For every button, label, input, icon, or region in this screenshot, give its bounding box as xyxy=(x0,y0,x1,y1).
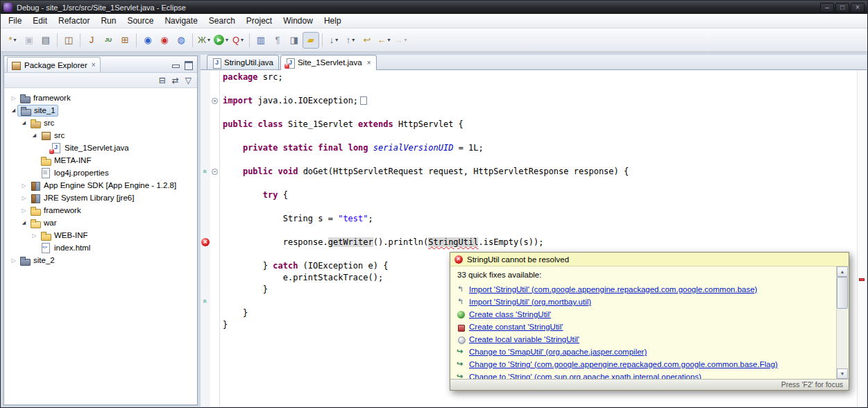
fold-expand-icon[interactable]: + xyxy=(212,98,218,104)
debug-button[interactable]: Ж▾ xyxy=(196,32,212,49)
code-line[interactable]: String s = "test"; xyxy=(223,213,857,225)
scroll-thumb[interactable] xyxy=(837,277,848,309)
tree-item-src[interactable]: ◢src xyxy=(4,117,197,129)
code-line[interactable]: private static final long serialVersionU… xyxy=(223,142,857,154)
quickfix-link[interactable]: Change to 'String' (com.google.appengine… xyxy=(469,360,778,368)
code-line[interactable]: import java.io.IOException; xyxy=(223,95,857,107)
overview-ruler[interactable] xyxy=(857,70,867,407)
code-line[interactable] xyxy=(223,130,857,142)
menu-source[interactable]: Source xyxy=(121,15,159,27)
web-browser-button[interactable]: ◉ xyxy=(139,32,156,49)
tree-item-war[interactable]: ◢war xyxy=(4,216,197,229)
quickfix-scrollbar[interactable]: ▲ ▼ xyxy=(836,266,848,379)
quickfix-link[interactable]: Import 'StringUtil' (com.google.appengin… xyxy=(469,285,757,294)
menu-navigate[interactable]: Navigate xyxy=(159,15,203,27)
show-whitespace-button[interactable]: ¶ xyxy=(269,32,286,49)
scroll-up-icon[interactable]: ▲ xyxy=(837,266,848,277)
quickfix-item[interactable]: Change to 'SmapUtil' (org.apache.jasper.… xyxy=(454,346,834,358)
back-button[interactable]: ←▾ xyxy=(375,32,392,49)
close-button[interactable]: × xyxy=(851,3,865,12)
dropdown-arrow-icon[interactable]: ▾ xyxy=(335,37,338,43)
show-source-of-selected-button[interactable]: ◨ xyxy=(286,32,303,49)
maximize-view-button[interactable] xyxy=(183,60,194,69)
tree-item-app-engine-sdk-app-engine-1-2-8[interactable]: ▷App Engine SDK [App Engine - 1.2.8] xyxy=(4,179,197,192)
new-project-button[interactable]: ◫ xyxy=(60,32,77,49)
code-line[interactable]: public class Site_1Servlet extends HttpS… xyxy=(223,119,857,130)
expander-icon[interactable]: ◢ xyxy=(31,133,38,138)
dropdown-arrow-icon[interactable]: ▾ xyxy=(241,37,244,43)
print-button[interactable]: ▤ xyxy=(37,32,54,49)
unresolved-reference[interactable]: StringUtil xyxy=(428,237,478,247)
previous-annotation-button[interactable]: ↑▾ xyxy=(342,32,359,49)
tree-item-meta-inf[interactable]: META-INF xyxy=(4,154,197,167)
new-java-project-button[interactable]: J xyxy=(83,32,100,49)
tree-item-index-html[interactable]: index.html xyxy=(4,241,197,254)
code-line[interactable] xyxy=(223,201,857,213)
collapse-all-button[interactable]: ⊟ xyxy=(159,76,166,85)
dropdown-arrow-icon[interactable]: ▾ xyxy=(14,37,17,43)
mark-occurrences-button[interactable]: ▰ xyxy=(303,32,319,49)
expander-icon[interactable]: ◢ xyxy=(10,108,17,113)
quickfix-item[interactable]: Change to 'String' (com.sun.org.apache.x… xyxy=(454,371,834,379)
run-button[interactable]: ▶▾ xyxy=(212,32,230,49)
quickfix-link[interactable]: Create local variable 'StringUtil' xyxy=(469,335,579,343)
quickfix-link[interactable]: Create class 'StringUtil' xyxy=(469,310,551,318)
quickfix-item[interactable]: Create class 'StringUtil' xyxy=(454,308,834,321)
tree-item-src[interactable]: ◢src xyxy=(4,129,197,142)
tree-item-site-1[interactable]: ◢site_1 xyxy=(4,104,197,117)
code-line[interactable]: try { xyxy=(223,189,857,201)
expander-icon[interactable]: ▷ xyxy=(31,232,38,239)
error-marker-icon[interactable] xyxy=(201,238,210,246)
expander-icon[interactable]: ◢ xyxy=(20,120,28,126)
dropdown-arrow-icon[interactable]: ▾ xyxy=(352,37,355,43)
menu-edit[interactable]: Edit xyxy=(27,15,53,27)
quickfix-item[interactable]: Create constant 'StringUtil' xyxy=(454,321,834,333)
dropdown-arrow-icon[interactable]: ▾ xyxy=(207,37,210,43)
minimize-button[interactable]: – xyxy=(820,3,834,12)
quickfix-item[interactable]: Create local variable 'StringUtil' xyxy=(454,333,834,346)
scroll-down-icon[interactable]: ▼ xyxy=(837,368,848,379)
menu-run[interactable]: Run xyxy=(95,15,121,27)
tree-item-log4j-properties[interactable]: log4j.properties xyxy=(4,167,197,179)
tree-item-framework[interactable]: ▷framework xyxy=(4,204,197,216)
expander-icon[interactable]: ◢ xyxy=(20,220,28,226)
package-explorer-view-tab[interactable]: Package Explorer × xyxy=(7,57,101,72)
expander-icon[interactable]: ▷ xyxy=(20,195,28,201)
expander-icon[interactable]: ▷ xyxy=(10,95,17,101)
titlebar[interactable]: Debug - site_1/src/src/Site_1Servlet.jav… xyxy=(1,1,867,14)
quickfix-link[interactable]: Change to 'String' (com.sun.org.apache.x… xyxy=(469,373,701,379)
next-annotation-button[interactable]: ↓▾ xyxy=(325,32,342,49)
dropdown-arrow-icon[interactable]: ▾ xyxy=(405,37,407,43)
gwt-compile-button[interactable]: ◉ xyxy=(156,32,173,49)
tree-item-web-inf[interactable]: ▷WEB-INF xyxy=(4,229,197,241)
tree-item-site-2[interactable]: ▷site_2 xyxy=(4,254,197,266)
code-line[interactable] xyxy=(223,83,857,95)
code-line[interactable]: response.getWriter().println(StringUtil.… xyxy=(223,237,857,248)
code-line[interactable]: public void doGet(HttpServletRequest req… xyxy=(223,166,857,178)
last-edit-location-button[interactable]: ↩ xyxy=(359,32,375,49)
expander-icon[interactable]: ▷ xyxy=(20,207,28,214)
maximize-button[interactable]: □ xyxy=(835,3,849,12)
menu-search[interactable]: Search xyxy=(203,15,241,27)
menu-help[interactable]: Help xyxy=(318,15,347,27)
quickfix-link[interactable]: Change to 'SmapUtil' (org.apache.jasper.… xyxy=(469,348,647,356)
tab-stringutil-java[interactable]: StringUtil.java xyxy=(207,55,279,69)
menu-file[interactable]: File xyxy=(3,15,27,27)
quickfix-link[interactable]: Import 'StringUtil' (org.mortbay.util) xyxy=(469,298,591,306)
close-view-icon[interactable]: × xyxy=(92,61,96,69)
quickfix-item[interactable]: Change to 'String' (com.google.appengine… xyxy=(454,358,834,371)
menu-project[interactable]: Project xyxy=(241,15,278,27)
expander-icon[interactable]: ▷ xyxy=(20,182,28,189)
forward-button[interactable]: →▾ xyxy=(392,32,409,49)
expander-icon[interactable]: ▷ xyxy=(10,257,17,264)
code-line[interactable] xyxy=(223,225,857,237)
quickfix-item[interactable]: Import 'StringUtil' (com.google.appengin… xyxy=(454,283,834,296)
tree-item-site-1servlet-java[interactable]: Site_1Servlet.java xyxy=(4,142,197,154)
code-line[interactable] xyxy=(223,178,857,189)
deploy-app-engine-button[interactable]: ◍ xyxy=(173,32,189,49)
new-button[interactable]: *▾ xyxy=(4,32,21,49)
code-line[interactable] xyxy=(223,154,857,166)
menu-refactor[interactable]: Refactor xyxy=(53,15,95,27)
dropdown-arrow-icon[interactable]: ▾ xyxy=(388,37,391,43)
new-junit-test-button[interactable]: JU xyxy=(100,32,117,49)
